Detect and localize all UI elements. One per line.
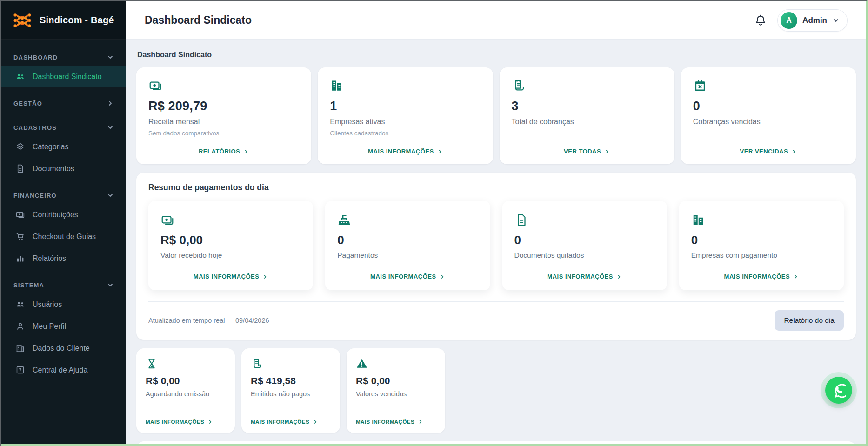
hourglass-icon — [146, 358, 158, 370]
building-icon — [15, 343, 25, 353]
page-title: Dashboard Sindicato — [145, 14, 252, 27]
panel-title: Resumo de pagamentos do dia — [148, 183, 844, 193]
users-icon — [15, 72, 25, 81]
mais-informacoes-link[interactable]: MAIS INFORMAÇÕES — [251, 419, 331, 425]
chevron-down-icon — [832, 17, 840, 24]
screenshot-edge-strip — [1, 444, 866, 446]
pay-card-empresas-com-pagamento: 0 Empresas com pagamento MAIS INFORMAÇÕE… — [679, 201, 844, 290]
chevron-right-icon — [791, 149, 797, 154]
sidebar-item-usuarios[interactable]: Usuários — [1, 293, 126, 315]
sidebar-item-label: Relatórios — [33, 254, 66, 263]
chevron-right-icon — [604, 149, 610, 154]
whatsapp-icon — [831, 383, 846, 398]
sidebar: Sindicom - Bagé DASHBOARD Dashboard Sind… — [1, 1, 126, 446]
buildings-icon — [691, 213, 705, 227]
user-icon — [15, 321, 25, 331]
mais-informacoes-link[interactable]: MAIS INFORMAÇÕES — [146, 419, 226, 425]
nav-section-label: GESTÃO — [13, 100, 42, 107]
cart-icon — [15, 232, 25, 241]
link-label: MAIS INFORMAÇÕES — [251, 419, 309, 425]
sidebar-item-meu-perfil[interactable]: Meu Perfil — [1, 315, 126, 337]
brand: Sindicom - Bagé — [1, 1, 126, 40]
user-menu[interactable]: A Admin — [777, 9, 848, 32]
mais-informacoes-link[interactable]: MAIS INFORMAÇÕES — [337, 273, 478, 280]
stat-card-total-de-cobrancas: 3 Total de cobranças VER TODAS — [500, 67, 674, 164]
nav-section-sistema[interactable]: SISTEMA — [1, 275, 126, 293]
sidebar-item-relatorios[interactable]: Relatórios — [1, 247, 126, 269]
whatsapp-button[interactable] — [825, 377, 852, 404]
nav-section-gestao[interactable]: GESTÃO — [1, 93, 126, 112]
link-label: MAIS INFORMAÇÕES — [724, 273, 790, 280]
banknotes-icon — [148, 79, 162, 93]
nav-section-dashboard[interactable]: DASHBOARD — [1, 47, 126, 66]
ver-todas-link[interactable]: VER TODAS — [512, 148, 662, 155]
link-label: MAIS INFORMAÇÕES — [368, 148, 434, 155]
document-icon — [15, 164, 25, 173]
chevron-right-icon — [207, 419, 213, 425]
mini-label: Emitidos não pagos — [251, 390, 331, 398]
stat-value: 3 — [512, 99, 662, 113]
chevron-right-icon — [262, 274, 268, 280]
mais-informacoes-link[interactable]: MAIS INFORMAÇÕES — [514, 273, 655, 280]
mais-informacoes-link[interactable]: MAIS INFORMAÇÕES — [330, 148, 481, 155]
sidebar-item-label: Usuários — [33, 300, 62, 309]
sidebar-item-contribuicoes[interactable]: Contribuições — [1, 204, 126, 226]
mini-value: R$ 419,58 — [251, 375, 331, 386]
relatorio-do-dia-button[interactable]: Relatório do dia — [775, 310, 844, 331]
chevron-right-icon — [313, 419, 318, 425]
receipt-icon — [512, 79, 526, 93]
document-icon — [514, 213, 528, 227]
stat-value: R$ 209,79 — [148, 99, 299, 113]
brand-logo-icon — [12, 10, 33, 31]
stat-label: Receita mensal — [148, 118, 299, 126]
receipt-icon — [251, 358, 263, 370]
stat-value: 1 — [330, 99, 481, 113]
stat-card-empresas-ativas: 1 Empresas ativas Clientes cadastrados M… — [318, 67, 493, 164]
mais-informacoes-link[interactable]: MAIS INFORMAÇÕES — [356, 419, 436, 425]
stat-value: 0 — [693, 99, 844, 113]
topbar-actions: A Admin — [754, 9, 848, 32]
mini-label: Aguardando emissão — [146, 390, 226, 398]
pay-label: Documentos quitados — [514, 251, 655, 260]
nav-section-label: FINANCEIRO — [13, 192, 57, 199]
nav-section-label: CADASTROS — [13, 124, 57, 131]
app-window: Sindicom - Bagé DASHBOARD Dashboard Sind… — [0, 0, 868, 446]
ver-vencidas-link[interactable]: VER VENCIDAS — [693, 148, 844, 155]
chevron-right-icon — [440, 274, 445, 280]
pay-label: Pagamentos — [337, 251, 478, 260]
chevron-down-icon — [107, 124, 114, 131]
mais-informacoes-link[interactable]: MAIS INFORMAÇÕES — [160, 273, 301, 280]
cash-register-icon — [337, 213, 351, 227]
mini-card-emitidos-nao-pagos: R$ 419,58 Emitidos não pagos MAIS INFORM… — [241, 348, 340, 433]
relatorios-link[interactable]: RELATÓRIOS — [148, 148, 299, 155]
payments-card-row: R$ 0,00 Valor recebido hoje MAIS INFORMA… — [148, 201, 844, 290]
sidebar-item-label: Categorias — [33, 143, 68, 151]
topbar: Dashboard Sindicato A Admin — [126, 1, 866, 40]
stat-card-receita-mensal: R$ 209,79 Receita mensal Sem dados compa… — [136, 67, 311, 164]
sidebar-item-documentos[interactable]: Documentos — [1, 158, 126, 180]
sidebar-item-categorias[interactable]: Categorias — [1, 136, 126, 158]
mini-label: Valores vencidos — [356, 390, 436, 398]
link-label: MAIS INFORMAÇÕES — [194, 273, 260, 280]
nav-section-financeiro[interactable]: FINANCEIRO — [1, 185, 126, 204]
sidebar-item-dados-do-cliente[interactable]: Dados do Cliente — [1, 337, 126, 359]
pay-label: Empresas com pagamento — [691, 251, 832, 260]
mini-value: R$ 0,00 — [146, 375, 226, 386]
mais-informacoes-link[interactable]: MAIS INFORMAÇÕES — [691, 273, 832, 280]
sidebar-item-dashboard-sindicato[interactable]: Dashboard Sindicato — [1, 66, 126, 87]
sidebar-item-central-de-ajuda[interactable]: Central de Ajuda — [1, 359, 126, 381]
notifications-bell-icon[interactable] — [754, 14, 767, 27]
pay-value: 0 — [337, 233, 478, 247]
sidebar-item-checkout-de-guias[interactable]: Checkout de Guias — [1, 226, 126, 247]
link-label: MAIS INFORMAÇÕES — [370, 273, 436, 280]
main-content: Dashboard Sindicato R$ 209,79 Receita me… — [126, 40, 866, 446]
sidebar-item-label: Checkout de Guias — [33, 233, 96, 241]
link-label: VER TODAS — [564, 148, 601, 155]
nav-section-cadastros[interactable]: CADASTROS — [1, 117, 126, 136]
sidebar-nav: DASHBOARD Dashboard Sindicato GESTÃO CAD… — [1, 40, 126, 446]
mini-card-aguardando-emissao: R$ 0,00 Aguardando emissão MAIS INFORMAÇ… — [136, 348, 235, 433]
help-icon — [15, 365, 25, 375]
realtime-note: Atualizado em tempo real — 09/04/2026 — [148, 317, 269, 324]
banknote-icon — [15, 210, 25, 220]
sidebar-item-label: Central de Ajuda — [33, 366, 87, 374]
